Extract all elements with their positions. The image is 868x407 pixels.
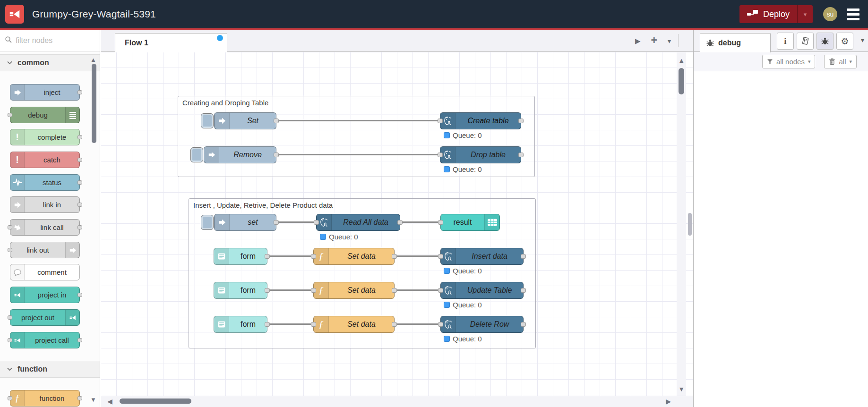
flow-node-set-data-2[interactable]: ƒ Set data	[313, 282, 395, 299]
deploy-main[interactable]: Deploy	[739, 9, 797, 19]
wire[interactable]	[268, 255, 313, 257]
input-port[interactable]	[311, 322, 316, 327]
output-port[interactable]	[274, 119, 279, 123]
inject-button[interactable]	[201, 215, 214, 230]
sidebar-resize-grip[interactable]	[688, 213, 692, 236]
scroll-left-icon[interactable]: ◀	[107, 398, 112, 405]
debug-tab-button[interactable]	[816, 33, 834, 50]
scroll-down-icon[interactable]: ▼	[678, 385, 685, 393]
palette-category-common[interactable]: common	[0, 54, 100, 71]
wire[interactable]	[277, 221, 316, 223]
flow-node-update-table[interactable]: Update Table	[440, 282, 524, 299]
input-port[interactable]	[438, 322, 443, 327]
flow-node-remove[interactable]: Remove	[204, 146, 276, 163]
canvas-vertical-scrollbar[interactable]	[677, 52, 686, 396]
config-tab-button[interactable]: ⚙	[836, 33, 853, 50]
palette-node-project-call[interactable]: project call	[10, 332, 80, 348]
palette-node-status[interactable]: status	[10, 174, 80, 191]
wire[interactable]	[395, 255, 440, 257]
input-port[interactable]	[438, 254, 443, 259]
debug-filter-button[interactable]: all nodes ▾	[762, 55, 816, 68]
add-flow-button[interactable]: +	[651, 34, 657, 47]
vertical-scrollbar-thumb[interactable]	[679, 68, 684, 94]
output-port[interactable]	[521, 254, 526, 259]
input-port[interactable]	[438, 288, 443, 293]
input-port[interactable]	[314, 220, 319, 225]
palette-node-project-in[interactable]: project in	[10, 287, 80, 303]
flow-node-create-table[interactable]: Create table	[440, 112, 521, 129]
debug-clear-button[interactable]: all ▾	[824, 55, 857, 68]
output-port[interactable]	[392, 288, 397, 293]
palette-search[interactable]	[0, 30, 100, 52]
palette-node-link-call[interactable]: link call	[10, 219, 80, 236]
palette-node-complete[interactable]: ! complete	[10, 129, 80, 145]
palette-node-project-out[interactable]: project out	[10, 309, 80, 326]
input-port[interactable]	[311, 288, 316, 293]
output-port[interactable]	[518, 153, 524, 157]
palette-node-comment[interactable]: comment	[10, 264, 80, 280]
info-tab-button[interactable]: i	[777, 33, 794, 50]
output-port[interactable]	[265, 322, 270, 327]
input-port[interactable]	[438, 119, 443, 123]
debug-messages-panel[interactable]	[694, 72, 868, 407]
output-port[interactable]	[274, 153, 279, 157]
palette-node-link-out[interactable]: link out	[10, 242, 80, 258]
output-port[interactable]	[392, 322, 397, 327]
user-avatar[interactable]: su	[823, 7, 837, 21]
flow-node-form-3[interactable]: form	[214, 316, 267, 333]
scroll-right-icon[interactable]: ▶	[666, 398, 671, 405]
sidebar-tabs-caret-icon[interactable]: ▾	[861, 36, 864, 44]
scroll-up-icon[interactable]: ▲	[678, 57, 685, 64]
palette-scroll-up-icon[interactable]: ▲	[90, 56, 96, 63]
wire[interactable]	[277, 120, 440, 121]
wire[interactable]	[395, 289, 440, 291]
output-port[interactable]	[265, 288, 270, 293]
flow-node-set-data-3[interactable]: ƒ Set data	[313, 316, 395, 333]
output-port[interactable]	[274, 220, 279, 225]
output-port[interactable]	[521, 322, 526, 327]
flow-node-insert-data[interactable]: Insert data	[440, 248, 524, 265]
flow-node-set-data-1[interactable]: ƒ Set data	[313, 248, 395, 265]
main-menu-button[interactable]	[847, 8, 859, 20]
output-port[interactable]	[392, 254, 397, 259]
wire[interactable]	[268, 323, 313, 325]
output-port[interactable]	[265, 254, 270, 259]
tab-scroll-right-icon[interactable]: ▶	[635, 37, 641, 45]
palette-scrollbar-thumb[interactable]	[92, 64, 96, 143]
help-tab-button[interactable]	[797, 33, 814, 50]
flow-node-form-2[interactable]: form	[214, 282, 267, 299]
inject-button[interactable]	[201, 113, 214, 128]
wire[interactable]	[268, 289, 313, 291]
flow-node-drop-table[interactable]: Drop table	[440, 146, 521, 163]
palette-node-function[interactable]: ƒ function	[10, 390, 80, 407]
input-port[interactable]	[311, 254, 316, 259]
deploy-button[interactable]: Deploy ▾	[739, 5, 813, 23]
output-port[interactable]	[521, 288, 526, 293]
palette-category-function[interactable]: function	[0, 361, 100, 378]
horizontal-scrollbar-thumb[interactable]	[120, 399, 191, 404]
flow-node-read-all-data[interactable]: Read All data	[316, 214, 400, 231]
wire[interactable]	[401, 221, 440, 223]
palette-node-inject[interactable]: inject	[10, 84, 80, 101]
tab-debug[interactable]: debug	[700, 33, 771, 52]
palette-node-debug[interactable]: debug	[10, 107, 80, 123]
flow-node-delete-row[interactable]: Delete Row	[440, 316, 524, 333]
flow-canvas[interactable]: Creating and Droping Table Set Create ta…	[101, 52, 693, 407]
palette-node-catch[interactable]: ! catch	[10, 152, 80, 168]
inject-button[interactable]	[190, 147, 203, 162]
filter-nodes-input[interactable]	[16, 36, 113, 45]
flow-node-form-1[interactable]: form	[214, 248, 267, 265]
wire[interactable]	[395, 323, 440, 325]
tab-flow-1[interactable]: Flow 1	[115, 33, 227, 52]
input-port[interactable]	[438, 153, 443, 157]
output-port[interactable]	[518, 119, 524, 123]
flow-node-set-lower[interactable]: set	[214, 214, 276, 231]
wire[interactable]	[277, 154, 440, 155]
deploy-dropdown-caret-icon[interactable]: ▾	[798, 11, 813, 18]
flow-node-set[interactable]: Set	[214, 112, 276, 129]
flow-node-result[interactable]: result	[440, 214, 500, 231]
output-port[interactable]	[397, 220, 403, 225]
flow-list-caret-icon[interactable]: ▾	[668, 37, 671, 45]
input-port[interactable]	[438, 220, 443, 225]
palette-node-link-in[interactable]: link in	[10, 196, 80, 213]
